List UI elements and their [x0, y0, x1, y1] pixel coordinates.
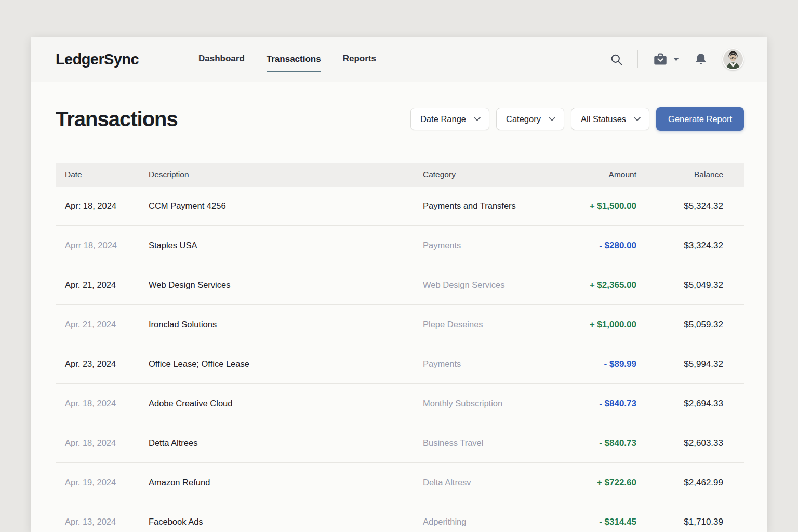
- cell-description: Ironclad Solutions: [149, 320, 423, 329]
- table-row[interactable]: Apr. 13, 2024 Facebook Ads Adperithing -…: [56, 502, 744, 532]
- cell-description: Office Lease; Office Lease: [149, 359, 423, 369]
- primary-nav: Dashboard Transactions Reports: [198, 54, 376, 65]
- table-header-row: Date Description Category Amount Balance: [56, 163, 744, 187]
- cell-balance: $2,694.33: [636, 398, 744, 409]
- filters-toolbar: Date Range Category All Statuses Generat…: [410, 107, 744, 131]
- table-row[interactable]: Apr. 23, 2024 Office Lease; Office Lease…: [56, 344, 744, 384]
- cell-amount: - $314.45: [553, 517, 636, 527]
- cell-amount: + $722.60: [553, 477, 636, 488]
- cell-category: Payments: [423, 359, 553, 369]
- column-header-category: Category: [423, 170, 553, 179]
- main-content: Transactions Date Range Category All Sta…: [31, 82, 767, 532]
- cell-category: Delta Altresv: [423, 477, 553, 487]
- cell-description: Amazon Refund: [149, 477, 423, 487]
- cell-date: Apr. 23, 2024: [56, 359, 149, 369]
- table-row[interactable]: Apr. 18, 2024 Detta Altrees Business Tra…: [56, 423, 744, 463]
- category-dropdown[interactable]: Category: [496, 108, 564, 130]
- date-range-dropdown[interactable]: Date Range: [410, 108, 489, 130]
- table-body: Apr: 18, 2024 CCM Payment 4256 Payments …: [56, 187, 744, 532]
- title-row: Transactions Date Range Category All Sta…: [56, 107, 744, 131]
- bell-icon[interactable]: [694, 52, 708, 66]
- cell-date: Apr. 18, 2024: [56, 398, 149, 408]
- column-header-amount: Amount: [553, 170, 636, 179]
- cell-date: Apr: 18, 2024: [56, 201, 149, 211]
- chevron-down-icon: [549, 117, 555, 121]
- brand-logo: LedgerSync: [56, 51, 139, 68]
- column-header-balance: Balance: [636, 170, 744, 179]
- table-row[interactable]: Apr. 21, 2024 Ironclad Solutions Plepe D…: [56, 305, 744, 344]
- cell-balance: $3,324.32: [636, 241, 744, 251]
- cell-balance: $1,710.39: [636, 517, 744, 527]
- cell-balance: $5,994.32: [636, 359, 744, 369]
- nav-tab-reports[interactable]: Reports: [343, 54, 376, 65]
- category-dropdown-label: Category: [506, 114, 541, 124]
- top-navigation-bar: LedgerSync Dashboard Transactions Report…: [31, 37, 767, 82]
- cell-amount: - $280.00: [553, 241, 636, 251]
- header-divider: [637, 50, 638, 68]
- search-icon[interactable]: [609, 52, 623, 66]
- cell-amount: - $89.99: [553, 359, 636, 369]
- chevron-down-icon: [673, 57, 680, 62]
- cell-date: Apr. 21, 2024: [56, 280, 149, 290]
- cell-category: Adperithing: [423, 517, 553, 527]
- cell-amount: - $840.73: [553, 398, 636, 409]
- cell-balance: $2,462.99: [636, 477, 744, 488]
- app-window: LedgerSync Dashboard Transactions Report…: [31, 37, 767, 532]
- cell-date: Apr. 21, 2024: [56, 320, 149, 329]
- date-range-dropdown-label: Date Range: [420, 114, 466, 124]
- table-row[interactable]: Apr. 18, 2024 Adobe Creative Cloud Month…: [56, 384, 744, 423]
- nav-tab-dashboard[interactable]: Dashboard: [198, 54, 245, 65]
- cell-balance: $5,049.32: [636, 280, 744, 290]
- cell-description: Web Design Services: [149, 280, 423, 290]
- top-icons-group: [609, 48, 744, 70]
- user-avatar[interactable]: [722, 48, 744, 70]
- cell-category: Plepe Deseines: [423, 320, 553, 329]
- cell-description: Adobe Creative Cloud: [149, 398, 423, 408]
- cell-category: Payments: [423, 241, 553, 250]
- cell-date: Apr. 13, 2024: [56, 517, 149, 527]
- chevron-down-icon: [474, 117, 481, 121]
- nav-tab-transactions[interactable]: Transactions: [267, 54, 321, 72]
- briefcase-icon: [652, 51, 669, 67]
- cell-category: Monthly Subscription: [423, 398, 553, 408]
- cell-description: Staples USA: [149, 241, 423, 250]
- column-header-date: Date: [56, 170, 149, 179]
- cell-amount: + $1,000.00: [553, 320, 636, 330]
- table-row[interactable]: Apr. 21, 2024 Web Design Services Web De…: [56, 265, 744, 305]
- status-dropdown-label: All Statuses: [581, 114, 626, 124]
- cell-description: Detta Altrees: [149, 438, 423, 448]
- cell-category: Business Travel: [423, 438, 553, 448]
- cell-date: Apr. 19, 2024: [56, 477, 149, 487]
- cell-amount: - $840.73: [553, 438, 636, 448]
- cell-balance: $2,603.33: [636, 438, 744, 448]
- generate-report-button[interactable]: Generate Report: [656, 107, 744, 131]
- cell-date: Aprr 18, 2024: [56, 241, 149, 250]
- cell-balance: $5,059.32: [636, 320, 744, 330]
- briefcase-menu[interactable]: [652, 51, 680, 67]
- page-title: Transactions: [56, 108, 178, 131]
- transactions-table: Date Description Category Amount Balance…: [56, 163, 744, 532]
- status-dropdown[interactable]: All Statuses: [571, 108, 649, 130]
- column-header-description: Description: [149, 170, 423, 179]
- table-row[interactable]: Aprr 18, 2024 Staples USA Payments - $28…: [56, 226, 744, 265]
- chevron-down-icon: [634, 117, 641, 121]
- cell-category: Payments and Transfers: [423, 201, 553, 211]
- table-row[interactable]: Apr. 19, 2024 Amazon Refund Delta Altres…: [56, 463, 744, 502]
- cell-description: CCM Payment 4256: [149, 201, 423, 211]
- cell-date: Apr. 18, 2024: [56, 438, 149, 448]
- table-row[interactable]: Apr: 18, 2024 CCM Payment 4256 Payments …: [56, 187, 744, 226]
- cell-description: Facebook Ads: [149, 517, 423, 527]
- cell-balance: $5,324.32: [636, 201, 744, 211]
- cell-category: Web Design Services: [423, 280, 553, 290]
- cell-amount: + $2,365.00: [553, 280, 636, 290]
- cell-amount: + $1,500.00: [553, 201, 636, 211]
